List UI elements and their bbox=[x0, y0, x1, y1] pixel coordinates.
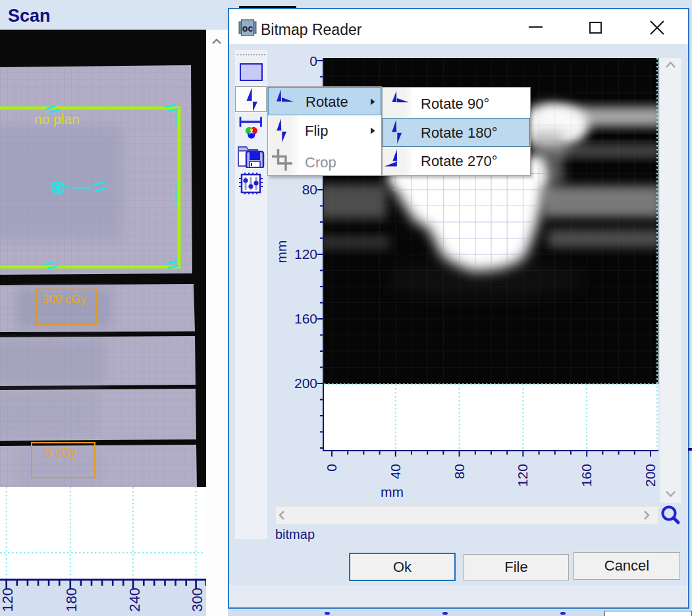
svg-text:oc: oc bbox=[242, 23, 253, 34]
svg-text:80: 80 bbox=[452, 464, 467, 479]
svg-text:mm: mm bbox=[381, 484, 404, 499]
svg-text:0: 0 bbox=[324, 464, 339, 472]
svg-text:160: 160 bbox=[579, 464, 594, 487]
svg-text:120: 120 bbox=[515, 464, 530, 487]
svg-text:0 cGy: 0 cGy bbox=[45, 446, 76, 459]
svg-text:120: 120 bbox=[0, 588, 16, 612]
svg-text:no plan: no plan bbox=[34, 111, 80, 126]
svg-text:40: 40 bbox=[388, 464, 403, 479]
svg-text:200: 200 bbox=[643, 464, 658, 487]
svg-text:180: 180 bbox=[63, 588, 80, 612]
svg-text:240: 240 bbox=[126, 588, 143, 612]
svg-text:300 cGy: 300 cGy bbox=[42, 293, 86, 306]
svg-text:300: 300 bbox=[189, 588, 205, 612]
